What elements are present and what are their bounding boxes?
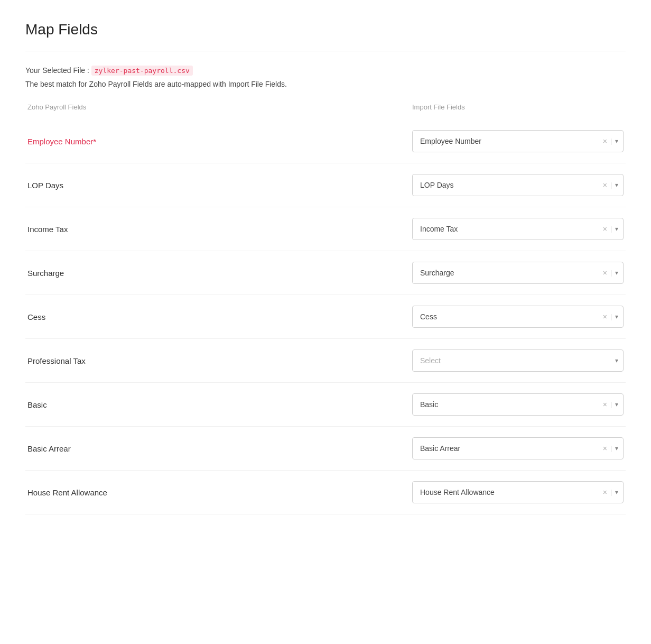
field-select-wrapper: Employee Number×|▾ <box>412 130 624 152</box>
field-row: SurchargeSurcharge×|▾ <box>25 251 626 295</box>
section-divider <box>25 51 626 51</box>
field-import-select[interactable]: Income Tax <box>412 218 624 240</box>
column-headers: Zoho Payroll Fields Import File Fields <box>25 103 626 111</box>
field-select-wrapper: Basic Arrear×|▾ <box>412 437 624 459</box>
field-zoho-label: Employee Number* <box>27 137 412 146</box>
field-import-select[interactable]: Cess <box>412 306 624 328</box>
field-row: Basic ArrearBasic Arrear×|▾ <box>25 427 626 471</box>
field-row: CessCess×|▾ <box>25 295 626 339</box>
selected-file-label: Your Selected File : <box>25 66 89 75</box>
field-import-select[interactable]: Select <box>412 349 624 372</box>
field-select-wrapper: Cess×|▾ <box>412 306 624 328</box>
field-import-select[interactable]: Basic <box>412 393 624 416</box>
field-row: LOP DaysLOP Days×|▾ <box>25 163 626 207</box>
field-select-wrapper: LOP Days×|▾ <box>412 174 624 196</box>
field-zoho-label: Professional Tax <box>27 356 412 365</box>
field-import-select[interactable]: Employee Number <box>412 130 624 152</box>
field-select-wrapper: Surcharge×|▾ <box>412 262 624 284</box>
field-row: Income TaxIncome Tax×|▾ <box>25 207 626 251</box>
field-import-select[interactable]: LOP Days <box>412 174 624 196</box>
field-row: BasicBasic×|▾ <box>25 383 626 427</box>
col-zoho-header: Zoho Payroll Fields <box>27 103 412 111</box>
field-zoho-label: LOP Days <box>27 181 412 190</box>
auto-map-description: The best match for Zoho Payroll Fields a… <box>25 80 626 88</box>
field-select-wrapper: Basic×|▾ <box>412 393 624 416</box>
selected-file-name: zylker-past-payroll.csv <box>91 66 193 76</box>
field-row: Employee Number*Employee Number×|▾ <box>25 119 626 163</box>
field-import-select[interactable]: Basic Arrear <box>412 437 624 459</box>
field-select-wrapper: House Rent Allowance×|▾ <box>412 481 624 503</box>
field-zoho-label: Basic <box>27 400 412 409</box>
field-import-select[interactable]: House Rent Allowance <box>412 481 624 503</box>
fields-container: Employee Number*Employee Number×|▾LOP Da… <box>25 119 626 514</box>
col-import-header: Import File Fields <box>412 103 624 111</box>
field-zoho-label: House Rent Allowance <box>27 488 412 497</box>
selected-file-row: Your Selected File : zylker-past-payroll… <box>25 66 626 75</box>
field-row: Professional TaxSelect▾ <box>25 339 626 383</box>
field-row: House Rent AllowanceHouse Rent Allowance… <box>25 471 626 514</box>
field-zoho-label: Surcharge <box>27 269 412 278</box>
field-select-wrapper: Income Tax×|▾ <box>412 218 624 240</box>
field-zoho-label: Income Tax <box>27 225 412 234</box>
field-zoho-label: Basic Arrear <box>27 444 412 453</box>
field-import-select[interactable]: Surcharge <box>412 262 624 284</box>
field-zoho-label: Cess <box>27 312 412 321</box>
field-select-wrapper: Select▾ <box>412 349 624 372</box>
page-title: Map Fields <box>25 21 626 38</box>
